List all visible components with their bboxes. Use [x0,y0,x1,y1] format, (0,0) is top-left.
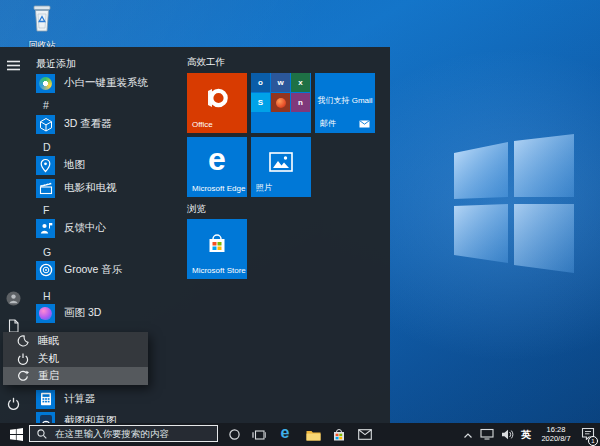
system-tray: 英 16:28 2020/8/7 1 [463,423,600,446]
power-icon [7,397,20,410]
shutdown-power-icon [17,353,29,365]
mail-taskbar-button[interactable] [354,423,376,446]
photos-icon [251,137,311,187]
notification-badge: 1 [588,436,598,446]
3d-viewer-app-icon [36,115,55,134]
tile-photos[interactable]: 照片 [251,137,311,197]
recycle-bin-icon [27,2,57,34]
app-item-calculator[interactable]: 计算器 [36,389,96,409]
user-avatar-icon [6,291,21,306]
app-item-groove-music[interactable]: Groove 音乐 [36,260,122,280]
action-center-button[interactable]: 1 [581,426,595,444]
xiaobai-app-icon [36,74,55,93]
snip-sketch-app-icon [36,412,55,424]
tile-group-productivity-header[interactable]: 高效工作 [187,56,225,69]
volume-tray-button[interactable] [501,426,514,444]
restart-icon [17,370,29,382]
windows-desktop-screen: 回收站 最近添加 [0,0,600,446]
taskbar-search-box[interactable] [29,425,218,442]
start-button[interactable] [5,423,27,446]
folder-icon [306,429,321,441]
powerpoint-sphere-icon [276,98,286,108]
sleep-menu-item[interactable]: 睡眠 [3,332,148,350]
task-view-button[interactable] [249,423,269,446]
office-icon [187,73,247,123]
store-taskbar-button[interactable] [328,423,350,446]
store-bag-icon [187,219,247,269]
section-letter-g[interactable]: G [43,246,51,259]
tray-chevron-button[interactable] [463,426,473,444]
outlook-mini-tile[interactable]: o [251,73,270,92]
tile-group-browse-header[interactable]: 浏览 [187,203,206,216]
mail-label: 邮件 [320,118,336,129]
store-bag-icon [332,428,346,442]
movies-tv-app-icon [36,179,55,198]
network-tray-button[interactable] [480,426,494,444]
cortana-button[interactable] [224,423,244,446]
chevron-up-icon [463,431,473,440]
speaker-icon [501,429,514,440]
section-letter-hash[interactable]: # [43,99,49,112]
document-icon [7,319,20,333]
excel-mini-tile[interactable]: x [291,73,310,92]
windows-logo-wallpaper [450,133,578,275]
power-button[interactable] [5,395,21,411]
cortana-icon [229,429,240,440]
search-input[interactable] [53,427,207,440]
paint-3d-app-icon [36,304,55,323]
app-item-maps[interactable]: 地图 [36,155,85,175]
skype-mini-tile[interactable]: S [251,93,270,112]
shutdown-menu-item[interactable]: 关机 [3,350,148,368]
section-letter-d[interactable]: D [43,141,51,154]
app-item-xiaobai[interactable]: 小白一键重装系统 [36,73,148,93]
edge-icon: e [281,424,290,442]
section-letter-f[interactable]: F [43,204,49,217]
feedback-hub-app-icon [36,219,55,238]
tile-microsoft-edge[interactable]: e Microsoft Edge [187,137,247,197]
tile-office[interactable]: Office [187,73,247,133]
app-item-paint-3d[interactable]: 画图 3D [36,303,101,323]
app-item-3d-viewer[interactable]: 3D 查看器 [36,114,112,134]
calculator-app-icon [36,390,55,409]
recycle-bin-desktop-icon[interactable]: 回收站 [20,2,64,52]
network-monitor-icon [480,428,494,440]
groove-music-app-icon [36,261,55,280]
word-mini-tile[interactable]: w [271,73,290,92]
edge-icon: e [208,143,226,175]
restart-menu-item[interactable]: 重启 [3,367,148,385]
maps-app-icon [36,156,55,175]
tile-mail[interactable]: 我们支持 Gmail 邮件 [315,73,375,133]
section-letter-h[interactable]: H [43,290,51,303]
app-item-snip-sketch[interactable]: 截图和草图 [36,411,117,423]
app-item-feedback-hub[interactable]: 反馈中心 [36,218,106,238]
clock-date: 2020/8/7 [538,435,574,444]
windows-start-icon [10,428,23,441]
taskbar-clock[interactable]: 16:28 2020/8/7 [538,426,574,443]
app-item-movies-tv[interactable]: 电影和电视 [36,178,117,198]
sleep-moon-icon [17,335,29,347]
taskbar: e 英 16:28 2020/8/7 [0,423,600,446]
ime-indicator[interactable]: 英 [521,428,531,442]
recently-added-header: 最近添加 [36,57,76,71]
start-menu-hamburger-button[interactable] [5,57,21,73]
search-icon [37,429,47,439]
envelope-icon [359,120,370,128]
tile-office-apps-group[interactable]: o w x S n [251,73,311,133]
user-account-button[interactable] [5,290,21,306]
onenote-mini-tile[interactable]: n [291,93,310,112]
task-view-icon [252,429,266,441]
tile-microsoft-store[interactable]: Microsoft Store [187,219,247,279]
envelope-icon [358,429,372,440]
powerpoint-mini-tile[interactable] [271,93,290,112]
mail-promo-text: 我们支持 Gmail [315,95,375,106]
power-flyout-menu: 睡眠 关机 重启 [3,332,148,385]
edge-taskbar-button[interactable]: e [274,423,296,446]
file-explorer-button[interactable] [302,423,324,446]
